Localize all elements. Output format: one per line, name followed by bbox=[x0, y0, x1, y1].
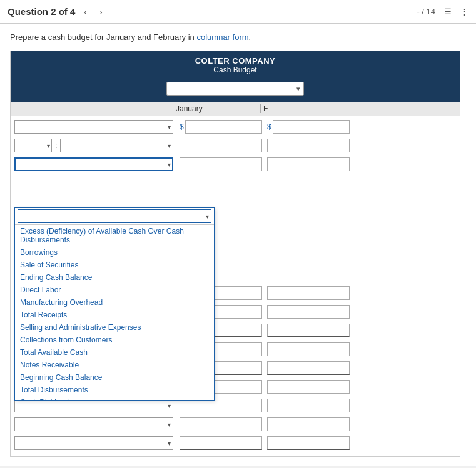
row7-feb-input[interactable] bbox=[267, 342, 350, 356]
col-label-spacer bbox=[11, 104, 173, 113]
instruction: Prepare a cash budget for January and Fe… bbox=[10, 32, 466, 42]
row10-label-col bbox=[14, 399, 177, 412]
instruction-text-after: . bbox=[249, 32, 251, 42]
company-name: COLTER COMPANY bbox=[13, 56, 457, 66]
row11-select[interactable] bbox=[14, 417, 173, 431]
row2-label-col: : bbox=[14, 139, 177, 152]
dropdown-item-12[interactable]: Total Disbursements bbox=[15, 384, 214, 396]
row10-feb-input[interactable] bbox=[267, 399, 350, 412]
row1-feb-input[interactable] bbox=[273, 120, 350, 134]
row2-small-select[interactable] bbox=[14, 139, 52, 152]
row9-feb-input[interactable] bbox=[267, 380, 350, 394]
row2-medium-select-wrapper bbox=[60, 139, 173, 152]
table-subtitle: Cash Budget bbox=[13, 66, 457, 74]
row10-select[interactable] bbox=[14, 399, 173, 412]
row4-feb-input[interactable] bbox=[267, 286, 350, 300]
header-dropdown-wrapper: For the Quarter Ended March 31 For Janua… bbox=[166, 82, 304, 96]
row12-feb-col bbox=[265, 436, 352, 450]
dropdown-item-1[interactable]: Borrowings bbox=[15, 246, 214, 259]
form-row-3: Excess (Deficiency) of Available Cash Ov… bbox=[14, 156, 456, 172]
dropdown-item-4[interactable]: Direct Labor bbox=[15, 284, 214, 296]
row10-jan-col bbox=[177, 399, 265, 412]
table-header: COLTER COMPANY Cash Budget bbox=[11, 51, 460, 78]
dropdown-header-row bbox=[15, 208, 214, 225]
row11-feb-input[interactable] bbox=[267, 417, 350, 431]
row12-select[interactable] bbox=[14, 436, 173, 450]
row12-jan-col bbox=[177, 436, 265, 450]
dropdown-item-8[interactable]: Collections from Customers bbox=[15, 334, 214, 346]
row3-select-wrapper bbox=[14, 157, 173, 171]
dropdown-item-0[interactable]: Excess (Deficiency) of Available Cash Ov… bbox=[15, 225, 214, 246]
row10-feb-col bbox=[265, 399, 352, 412]
row12-feb-input[interactable] bbox=[267, 436, 350, 450]
instruction-text-before: Prepare a cash budget for January and Fe… bbox=[10, 32, 196, 42]
dropdown-item-13[interactable]: Cash Dividend bbox=[15, 396, 214, 400]
dropdown-item-6[interactable]: Total Receipts bbox=[15, 309, 214, 321]
row2-jan-input[interactable] bbox=[180, 139, 262, 152]
dropdown-item-11[interactable]: Beginning Cash Balance bbox=[15, 371, 214, 384]
row3-select[interactable] bbox=[14, 157, 173, 171]
row9-feb-col bbox=[265, 380, 352, 394]
row3-jan-input[interactable] bbox=[180, 157, 262, 171]
row1-dollar-feb: $ bbox=[267, 122, 271, 131]
row1-dollar-jan: $ bbox=[180, 122, 184, 131]
row10-select-wrapper bbox=[14, 399, 173, 412]
row2-feb-col bbox=[265, 139, 352, 152]
row1-jan-col: $ bbox=[177, 120, 265, 134]
column-headers: January F bbox=[11, 102, 460, 116]
row1-select-wrapper bbox=[14, 120, 173, 134]
row8-feb-input[interactable] bbox=[267, 361, 350, 375]
budget-table: COLTER COMPANY Cash Budget For the Quart… bbox=[10, 51, 460, 457]
nav-forward-button[interactable]: › bbox=[96, 6, 106, 18]
row5-feb-col bbox=[265, 305, 352, 319]
dropdown-list: Excess (Deficiency) of Available Cash Ov… bbox=[15, 225, 214, 400]
header-dropdown-row: For the Quarter Ended March 31 For Janua… bbox=[11, 78, 460, 102]
dropdown-item-7[interactable]: Selling and Administrative Expenses bbox=[15, 321, 214, 334]
top-bar-right: - / 14 ☰ ⋮ bbox=[417, 7, 468, 16]
form-area: $ $ : bbox=[11, 116, 460, 456]
row3-jan-col bbox=[177, 157, 265, 171]
row12-jan-input[interactable] bbox=[180, 436, 262, 450]
dropdown-item-5[interactable]: Manufacturing Overhead bbox=[15, 296, 214, 309]
row1-select[interactable] bbox=[14, 120, 173, 134]
row2-medium-select[interactable] bbox=[60, 139, 173, 152]
top-bar: Question 2 of 4 ‹ › - / 14 ☰ ⋮ bbox=[0, 0, 476, 24]
row4-feb-col bbox=[265, 286, 352, 300]
question-count: - / 14 bbox=[417, 7, 435, 16]
row12-select-wrapper bbox=[14, 436, 173, 450]
dropdown-item-9[interactable]: Total Available Cash bbox=[15, 346, 214, 359]
row7-feb-col bbox=[265, 342, 352, 356]
list-icon[interactable]: ☰ bbox=[444, 7, 452, 16]
row11-jan-col bbox=[177, 417, 265, 431]
dropdown-item-10[interactable]: Notes Receivable bbox=[15, 359, 214, 371]
question-label: Question 2 of 4 bbox=[8, 6, 75, 17]
form-row-11 bbox=[14, 416, 456, 432]
col-january-header: January bbox=[173, 104, 261, 113]
col-february-header: F bbox=[261, 104, 348, 113]
row1-feb-col: $ bbox=[265, 120, 352, 134]
header-period-dropdown[interactable]: For the Quarter Ended March 31 For Janua… bbox=[166, 82, 304, 96]
dropdown-select-wrapper bbox=[18, 209, 211, 223]
row6-feb-input[interactable] bbox=[267, 324, 350, 337]
form-row-2: : bbox=[14, 137, 456, 154]
more-icon[interactable]: ⋮ bbox=[460, 7, 468, 16]
form-row-12 bbox=[14, 435, 456, 451]
row6-feb-col bbox=[265, 324, 352, 337]
form-row-1: $ $ bbox=[14, 119, 456, 135]
nav-back-button[interactable]: ‹ bbox=[80, 6, 91, 18]
dropdown-item-2[interactable]: Sale of Securities bbox=[15, 259, 214, 271]
dropdown-select[interactable] bbox=[18, 209, 211, 223]
dropdown-item-3[interactable]: Ending Cash Balance bbox=[15, 271, 214, 284]
row11-feb-col bbox=[265, 417, 352, 431]
row2-jan-col bbox=[177, 139, 265, 152]
instruction-blue: columnar form bbox=[196, 32, 248, 42]
row1-jan-input[interactable] bbox=[185, 120, 262, 134]
row3-feb-input[interactable] bbox=[267, 157, 350, 171]
row11-jan-input[interactable] bbox=[180, 417, 262, 431]
row5-feb-input[interactable] bbox=[267, 305, 350, 319]
row10-jan-input[interactable] bbox=[180, 399, 262, 412]
dropdown-overlay: Excess (Deficiency) of Available Cash Ov… bbox=[14, 207, 215, 401]
row11-label-col bbox=[14, 417, 177, 431]
row2-feb-input[interactable] bbox=[267, 139, 350, 152]
content-panel: Prepare a cash budget for January and Fe… bbox=[0, 24, 476, 466]
